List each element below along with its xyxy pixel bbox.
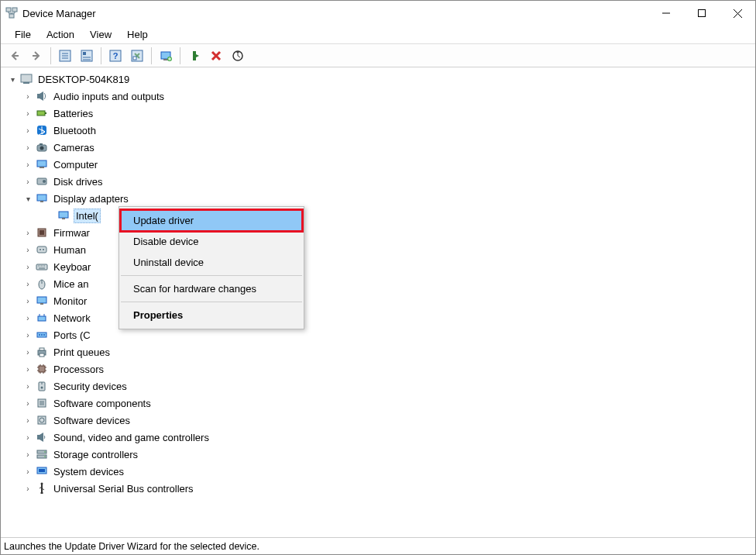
tree-category-label: Network — [52, 312, 92, 325]
context-uninstall-device[interactable]: Uninstall device — [121, 252, 302, 273]
toolbar-uninstall-button[interactable] — [207, 47, 225, 65]
chevron-right-icon[interactable]: › — [22, 398, 33, 408]
tree-category-label: Computer — [52, 158, 99, 171]
tree-category-speaker[interactable]: ›Audio inputs and outputs — [2, 88, 754, 105]
minimize-button[interactable] — [648, 1, 684, 26]
tree-category-keyboard[interactable]: ›Keyboar — [2, 258, 754, 275]
toolbar-forward-button[interactable] — [27, 47, 46, 65]
chevron-right-icon[interactable]: › — [22, 244, 33, 255]
tree-category-label: Firmwar — [52, 226, 91, 240]
tree-category-sound[interactable]: ›Sound, video and game controllers — [2, 429, 754, 446]
chevron-right-icon[interactable]: › — [22, 346, 33, 357]
chevron-right-icon[interactable]: › — [22, 415, 33, 426]
context-disable-device[interactable]: Disable device — [121, 231, 302, 252]
svg-rect-49 — [40, 353, 44, 357]
svg-rect-40 — [37, 297, 46, 303]
chevron-right-icon[interactable]: › — [22, 227, 33, 238]
chevron-right-icon[interactable]: › — [22, 432, 33, 443]
tree-category-label: Human — [52, 243, 88, 257]
tree-category-firmware[interactable]: ›Firmwar — [2, 224, 754, 241]
close-button[interactable] — [720, 1, 755, 26]
menu-file[interactable]: File — [7, 27, 39, 42]
monitor-icon — [35, 294, 49, 308]
chevron-right-icon[interactable]: › — [22, 176, 33, 187]
toolbar-separator — [101, 47, 101, 64]
chevron-right-icon[interactable]: › — [22, 449, 33, 460]
chevron-right-icon[interactable]: › — [22, 295, 33, 306]
toolbar: ? — [1, 44, 755, 67]
tree-category-label: System devices — [52, 465, 125, 478]
toolbar-help-button[interactable]: ? — [106, 47, 125, 65]
toolbar-detail-view-button[interactable] — [77, 47, 96, 65]
mouse-icon — [35, 277, 49, 291]
tree-category-security[interactable]: ›Security devices — [2, 377, 754, 395]
context-properties[interactable]: Properties — [121, 305, 302, 326]
toolbar-scan-button[interactable] — [128, 47, 146, 65]
context-update-driver[interactable]: Update driver — [121, 210, 302, 231]
tree-category-ports[interactable]: ›Ports (C — [2, 326, 754, 343]
tree-category-system[interactable]: ›System devices — [2, 463, 754, 480]
chevron-right-icon[interactable]: › — [22, 364, 33, 374]
tree-category-swc[interactable]: ›Software components — [2, 395, 754, 412]
tree-category-computer[interactable]: ›Computer — [2, 156, 754, 173]
tree-category-hid[interactable]: ›Human — [2, 241, 754, 258]
chevron-right-icon[interactable]: › — [22, 261, 33, 272]
tree-category-label: Software devices — [52, 414, 132, 427]
chevron-right-icon[interactable]: › — [22, 312, 33, 323]
tree-category-storage[interactable]: ›Storage controllers — [2, 446, 754, 463]
tree-category-battery[interactable]: ›Batteries — [2, 105, 754, 122]
tree-category-label: Monitor — [52, 295, 88, 308]
tree-category-cpu[interactable]: ›Processors — [2, 360, 754, 377]
svg-rect-32 — [62, 218, 65, 219]
tree-category-network[interactable]: ›Network — [2, 309, 754, 326]
chevron-down-icon[interactable]: ▾ — [7, 74, 18, 84]
tree-device-item[interactable]: Intel( — [2, 207, 754, 224]
tree-category-swd[interactable]: ›Software devices — [2, 412, 754, 429]
toolbar-back-button[interactable] — [5, 47, 24, 65]
chevron-right-icon[interactable]: › — [22, 466, 33, 477]
menu-view[interactable]: View — [82, 27, 119, 42]
toolbar-tree-view-button[interactable] — [56, 47, 74, 65]
svg-rect-17 — [23, 82, 29, 84]
tree-root[interactable]: ▾ DESKTOP-504K819 — [2, 71, 754, 88]
chevron-right-icon[interactable]: › — [22, 483, 33, 494]
toolbar-separator — [180, 47, 180, 64]
chevron-right-icon[interactable]: › — [22, 125, 33, 136]
titlebar: Device Manager — [1, 1, 755, 26]
tree-category-bluetooth[interactable]: ›Bluetooth — [2, 122, 754, 139]
swc-icon — [35, 396, 49, 410]
chevron-right-icon[interactable]: › — [22, 381, 33, 391]
device-tree[interactable]: ▾ DESKTOP-504K819 ›Audio inputs and outp… — [1, 67, 755, 537]
menu-action[interactable]: Action — [39, 27, 82, 42]
tree-category-mouse[interactable]: ›Mice an — [2, 275, 754, 292]
toolbar-enable-button[interactable] — [185, 47, 204, 65]
chevron-right-icon[interactable]: › — [22, 91, 33, 102]
chevron-right-icon[interactable]: › — [22, 142, 33, 153]
svg-point-59 — [44, 451, 46, 453]
tree-category-display[interactable]: ▾Display adapters — [2, 190, 754, 207]
tree-category-disk[interactable]: ›Disk drives — [2, 173, 754, 190]
svg-rect-0 — [6, 8, 11, 12]
svg-rect-64 — [41, 492, 43, 494]
ports-icon — [35, 328, 49, 342]
tree-category-camera[interactable]: ›Cameras — [2, 139, 754, 156]
maximize-button[interactable] — [684, 1, 720, 26]
svg-rect-25 — [37, 160, 46, 167]
chevron-right-icon[interactable]: › — [22, 108, 33, 119]
menu-help[interactable]: Help — [119, 27, 156, 42]
expander-blank — [44, 210, 55, 221]
svg-point-37 — [43, 249, 44, 250]
toolbar-update-driver-button[interactable] — [156, 47, 175, 65]
cpu-icon — [35, 362, 49, 376]
chevron-right-icon[interactable]: › — [22, 159, 33, 170]
toolbar-scan-hardware-button[interactable] — [229, 47, 247, 65]
context-scan-hardware[interactable]: Scan for hardware changes — [121, 278, 302, 299]
chevron-right-icon[interactable]: › — [22, 278, 33, 289]
tree-category-printer[interactable]: ›Print queues — [2, 343, 754, 360]
tree-category-usb[interactable]: ›Universal Serial Bus controllers — [2, 480, 754, 497]
svg-rect-1 — [12, 8, 17, 12]
svg-rect-30 — [40, 201, 43, 202]
chevron-right-icon[interactable]: › — [22, 329, 33, 340]
chevron-down-icon[interactable]: ▾ — [22, 193, 33, 204]
tree-category-monitor[interactable]: ›Monitor — [2, 292, 754, 309]
